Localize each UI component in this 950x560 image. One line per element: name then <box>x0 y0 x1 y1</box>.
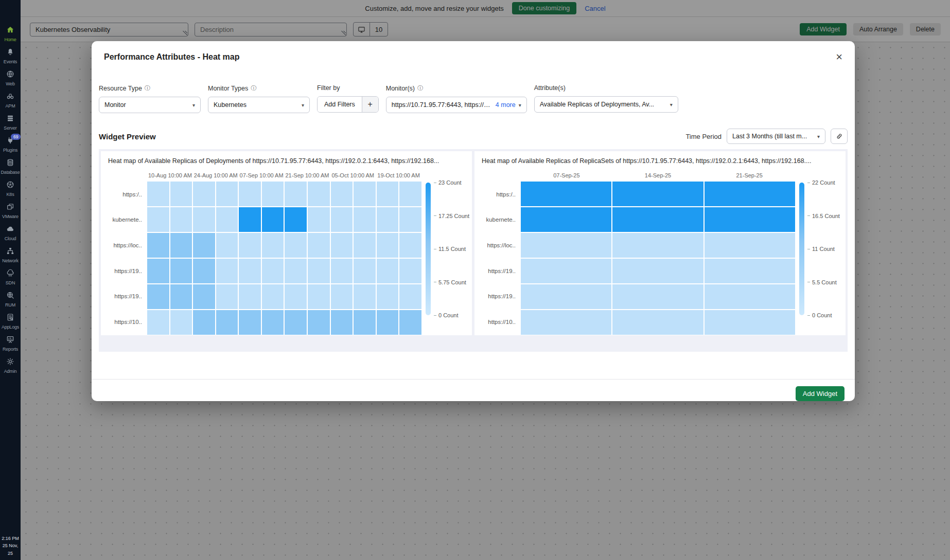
heatmap-cell[interactable] <box>262 259 284 283</box>
heatmap-cell[interactable] <box>399 259 421 283</box>
heatmap-cell[interactable] <box>308 233 330 258</box>
heatmap-cell[interactable] <box>705 207 795 232</box>
heatmap-cell[interactable] <box>193 310 215 335</box>
heatmap-cell[interactable] <box>239 233 261 258</box>
sidebar-item-home[interactable]: Home <box>0 26 21 48</box>
heatmap-cell[interactable] <box>147 182 169 206</box>
heatmap-cell[interactable] <box>399 233 421 258</box>
sidebar-item-database[interactable]: Database <box>0 158 21 180</box>
sidebar-item-applogs[interactable]: AppLogs <box>0 313 21 335</box>
heatmap-cell[interactable] <box>377 259 399 283</box>
heatmap-cell[interactable] <box>612 284 703 309</box>
heatmap-cell[interactable] <box>239 259 261 283</box>
sidebar-item-rum[interactable]: RUM <box>0 291 21 313</box>
heatmap-cell[interactable] <box>612 233 703 258</box>
heatmap-cell[interactable] <box>377 233 399 258</box>
heatmap-cell[interactable] <box>705 182 795 206</box>
resource-type-select[interactable]: Monitor ▾ <box>99 97 201 113</box>
sidebar-item-server[interactable]: Server <box>0 114 21 136</box>
heatmap-cell[interactable] <box>147 207 169 232</box>
heatmap-cell[interactable] <box>354 284 376 309</box>
heatmap-cell[interactable] <box>147 310 169 335</box>
heatmap-cell[interactable] <box>262 182 284 206</box>
sidebar-item-vmware[interactable]: VMware <box>0 203 21 225</box>
heatmap-cell[interactable] <box>521 310 611 335</box>
info-icon[interactable]: ⓘ <box>251 84 257 92</box>
heatmap-cell[interactable] <box>147 233 169 258</box>
heatmap-cell[interactable] <box>521 207 611 232</box>
heatmap-cell[interactable] <box>285 182 307 206</box>
monitors-select[interactable]: https://10.71.95.77:6443, https://192.0.… <box>386 97 527 113</box>
heatmap-cell[interactable] <box>331 284 353 309</box>
heatmap-cell[interactable] <box>308 207 330 232</box>
heatmap-cell[interactable] <box>147 259 169 283</box>
heatmap-cell[interactable] <box>331 259 353 283</box>
heatmap-cell[interactable] <box>239 207 261 232</box>
heatmap-cell[interactable] <box>354 233 376 258</box>
heatmap-cell[interactable] <box>331 233 353 258</box>
heatmap-cell[interactable] <box>216 182 238 206</box>
heatmap-cell[interactable] <box>170 233 192 258</box>
sidebar-item-network[interactable]: Network <box>0 247 21 269</box>
attributes-select[interactable]: Available Replicas of Deployments, Av...… <box>534 96 678 113</box>
heatmap-cell[interactable] <box>521 182 611 206</box>
heatmap-cell[interactable] <box>285 259 307 283</box>
heatmap-cell[interactable] <box>285 284 307 309</box>
heatmap-cell[interactable] <box>705 284 795 309</box>
heatmap-cell[interactable] <box>308 259 330 283</box>
sidebar-item-admin[interactable]: Admin <box>0 357 21 380</box>
heatmap-cell[interactable] <box>331 310 353 335</box>
heatmap-cell[interactable] <box>399 284 421 309</box>
heatmap-cell[interactable] <box>216 284 238 309</box>
heatmap-cell[interactable] <box>521 259 611 283</box>
heatmap-cell[interactable] <box>262 310 284 335</box>
heatmap-cell[interactable] <box>285 233 307 258</box>
heatmap-cell[interactable] <box>193 259 215 283</box>
heatmap-cell[interactable] <box>377 284 399 309</box>
heatmap-cell[interactable] <box>239 284 261 309</box>
heatmap-cell[interactable] <box>331 207 353 232</box>
add-widget-button[interactable]: Add Widget <box>796 386 845 401</box>
heatmap-cell[interactable] <box>308 182 330 206</box>
heatmap-cell[interactable] <box>399 310 421 335</box>
heatmap-cell[interactable] <box>612 259 703 283</box>
heatmap-cell[interactable] <box>193 182 215 206</box>
heatmap-cell[interactable] <box>285 310 307 335</box>
heatmap-cell[interactable] <box>377 182 399 206</box>
heatmap-cell[interactable] <box>147 284 169 309</box>
more-monitors-link[interactable]: 4 more <box>496 101 516 109</box>
sidebar-item-cloud[interactable]: Cloud <box>0 225 21 247</box>
heatmap-cell[interactable] <box>262 233 284 258</box>
sidebar-item-apm[interactable]: APM <box>0 92 21 114</box>
heatmap-cell[interactable] <box>354 310 376 335</box>
heatmap-cell[interactable] <box>377 207 399 232</box>
heatmap-cell[interactable] <box>170 310 192 335</box>
heatmap-cell[interactable] <box>239 310 261 335</box>
add-filters-button[interactable]: Add Filters <box>318 97 362 112</box>
heatmap-cell[interactable] <box>308 284 330 309</box>
time-period-select[interactable]: Last 3 Months (till last m... ▾ <box>727 129 825 144</box>
monitor-types-select[interactable]: Kubernetes ▾ <box>208 97 310 113</box>
heatmap-cell[interactable] <box>354 182 376 206</box>
close-icon[interactable]: × <box>836 52 842 62</box>
add-filter-plus-button[interactable]: + <box>362 97 378 112</box>
heatmap-cell[interactable] <box>308 310 330 335</box>
heatmap-cell[interactable] <box>612 207 703 232</box>
heatmap-cell[interactable] <box>262 207 284 232</box>
heatmap-cell[interactable] <box>239 182 261 206</box>
heatmap-cell[interactable] <box>170 207 192 232</box>
heatmap-cell[interactable] <box>705 310 795 335</box>
heatmap-cell[interactable] <box>612 182 703 206</box>
heatmap-cell[interactable] <box>170 259 192 283</box>
heatmap-cell[interactable] <box>399 207 421 232</box>
heatmap-cell[interactable] <box>216 310 238 335</box>
heatmap-cell[interactable] <box>216 259 238 283</box>
heatmap-cell[interactable] <box>170 284 192 309</box>
sidebar-item-sdn[interactable]: SDN <box>0 269 21 291</box>
heatmap-cell[interactable] <box>216 233 238 258</box>
heatmap-cell[interactable] <box>285 207 307 232</box>
sidebar-item-plugins[interactable]: Plugins69 <box>0 136 21 158</box>
heatmap-cell[interactable] <box>399 182 421 206</box>
heatmap-cell[interactable] <box>612 310 703 335</box>
heatmap-cell[interactable] <box>705 259 795 283</box>
